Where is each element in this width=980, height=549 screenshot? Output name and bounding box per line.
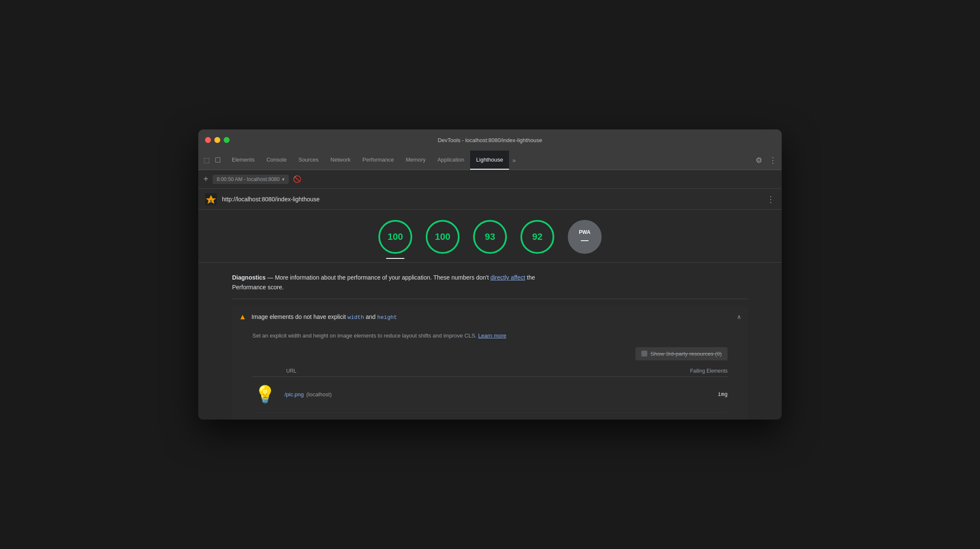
- minimize-button[interactable]: [214, 137, 220, 143]
- score-pwa[interactable]: PWA —: [568, 220, 602, 254]
- failing-elements-cell: img: [643, 391, 728, 398]
- scores-row: 100 100 93 92 PWA —: [198, 210, 782, 263]
- warning-triangle-icon: ▲: [239, 313, 246, 321]
- tab-memory[interactable]: Memory: [400, 151, 432, 170]
- diagnostics-table: URL Failing Elements 💡 /pic.png (localho…: [252, 365, 728, 413]
- tab-application[interactable]: Application: [432, 151, 471, 170]
- performance-score: 100: [388, 231, 403, 242]
- inspect-icon[interactable]: ⬚: [202, 154, 211, 166]
- accessibility-score: 100: [435, 231, 451, 242]
- third-party-checkbox-container[interactable]: Show 3rd-party resources (0): [635, 347, 728, 360]
- pwa-dash: —: [581, 236, 589, 245]
- lighthouse-page-url: http://localhost:8080/index-lighthouse: [222, 196, 766, 203]
- third-party-row: Show 3rd-party resources (0): [252, 347, 728, 360]
- lighthouse-content: 100 100 93 92 PWA — Diagnostics — More i…: [198, 210, 782, 420]
- seo-score: 92: [532, 231, 542, 242]
- warning-title-before: Image elements do not have explicit: [252, 313, 346, 320]
- window-controls: [205, 137, 230, 143]
- diagnostics-section: Diagnostics — More information about the…: [198, 263, 782, 420]
- thumbnail-cell: 💡: [252, 382, 278, 407]
- new-tab-button[interactable]: +: [203, 174, 208, 184]
- image-url-link[interactable]: /pic.png: [285, 391, 304, 398]
- lighthouse-url-bar: http://localhost:8080/index-lighthouse ⋮: [198, 189, 782, 210]
- title-bar: DevTools - localhost:8080/index-lighthou…: [198, 129, 782, 151]
- devtools-left-icons: ⬚ ☐: [202, 154, 222, 166]
- tab-performance[interactable]: Performance: [356, 151, 400, 170]
- col-failing-header: Failing Elements: [643, 368, 728, 374]
- col-url-header: URL: [252, 368, 643, 374]
- pwa-label: PWA: [579, 229, 590, 235]
- warning-item: ▲ Image elements do not have explicit wi…: [232, 306, 748, 420]
- tab-sources[interactable]: Sources: [293, 151, 325, 170]
- diagnostics-divider: [232, 299, 748, 299]
- url-display: 8:00:50 AM - localhost:8080 ▾: [213, 175, 289, 184]
- tab-elements[interactable]: Elements: [226, 151, 260, 170]
- warning-header[interactable]: ▲ Image elements do not have explicit wi…: [232, 306, 748, 328]
- device-icon[interactable]: ☐: [213, 154, 222, 166]
- diagnostics-sep: —: [267, 274, 275, 281]
- learn-more-link[interactable]: Learn more: [478, 332, 506, 339]
- warning-title-text: Image elements do not have explicit widt…: [252, 313, 737, 321]
- score-accessibility[interactable]: 100: [426, 220, 460, 254]
- window-title: DevTools - localhost:8080/index-lighthou…: [438, 137, 542, 143]
- tab-network[interactable]: Network: [325, 151, 357, 170]
- third-party-checkbox[interactable]: [641, 351, 647, 357]
- bulb-icon: 💡: [255, 384, 276, 404]
- best-practices-score: 93: [485, 231, 495, 242]
- address-bar: + 8:00:50 AM - localhost:8080 ▾ 🚫: [198, 170, 782, 189]
- dropdown-arrow[interactable]: ▾: [282, 176, 285, 182]
- warning-body: Set an explicit width and height on imag…: [232, 328, 748, 420]
- diagnostics-description: Diagnostics — More information about the…: [232, 273, 748, 292]
- score-seo[interactable]: 92: [520, 220, 554, 254]
- diagnostics-desc-line2: Performance score.: [232, 284, 284, 291]
- tab-lighthouse[interactable]: Lighthouse: [470, 151, 509, 170]
- third-party-label: Show 3rd-party resources (0): [651, 351, 722, 357]
- diagnostics-title: Diagnostics: [232, 274, 266, 281]
- warning-description: Set an explicit width and height on imag…: [252, 332, 728, 340]
- diagnostics-desc-before: More information about the performance o…: [275, 274, 489, 281]
- lighthouse-more-button[interactable]: ⋮: [766, 194, 775, 204]
- chevron-up-icon: ∧: [737, 313, 741, 320]
- image-url-host: (localhost): [307, 391, 332, 398]
- lighthouse-logo-icon: [205, 193, 217, 205]
- devtools-window: DevTools - localhost:8080/index-lighthou…: [198, 129, 782, 420]
- tab-bar-right-icons: ⚙ ⋮: [754, 154, 778, 167]
- table-row: 💡 /pic.png (localhost) img: [252, 377, 728, 413]
- score-best-practices[interactable]: 93: [473, 220, 507, 254]
- diagnostics-desc-after: the: [527, 274, 535, 281]
- score-performance[interactable]: 100: [378, 220, 412, 254]
- tab-console[interactable]: Console: [260, 151, 293, 170]
- svg-rect-2: [210, 200, 212, 203]
- width-code: width: [348, 314, 364, 321]
- url-cell: /pic.png (localhost): [285, 391, 643, 398]
- no-entry-icon[interactable]: 🚫: [293, 175, 301, 183]
- settings-icon[interactable]: ⚙: [754, 154, 764, 167]
- close-button[interactable]: [205, 137, 211, 143]
- more-tabs-button[interactable]: »: [509, 157, 519, 164]
- directly-affect-link[interactable]: directly affect: [490, 274, 525, 281]
- warning-desc-text: Set an explicit width and height on imag…: [252, 332, 476, 339]
- table-header: URL Failing Elements: [252, 365, 728, 377]
- more-options-icon[interactable]: ⋮: [767, 154, 778, 167]
- maximize-button[interactable]: [224, 137, 230, 143]
- warning-and-text: and: [366, 313, 375, 320]
- height-code: height: [377, 314, 397, 321]
- tab-bar: ⬚ ☐ Elements Console Sources Network Per…: [198, 151, 782, 170]
